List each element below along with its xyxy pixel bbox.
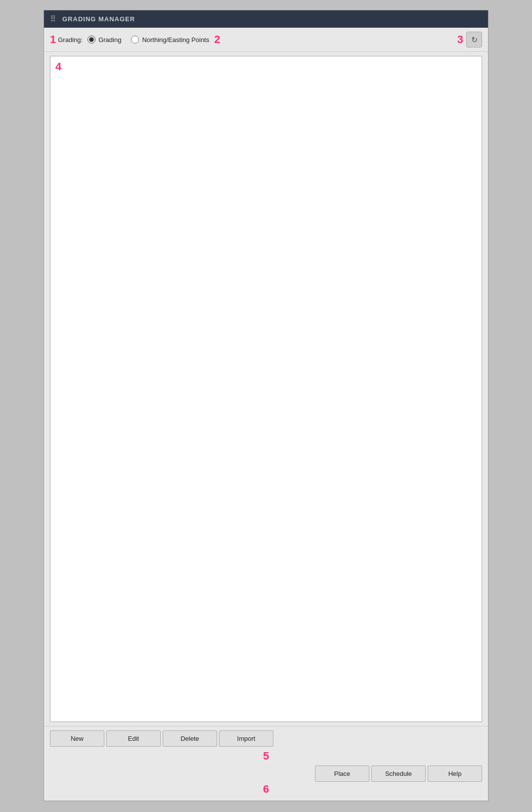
options-right: 3 ↻ [457,32,482,47]
place-schedule-help-row: Place Schedule Help [50,766,482,782]
title-bar: ⠿ GRADING MANAGER [44,10,488,28]
annotation-6-wrapper: 6 [50,783,482,796]
grading-label: Grading: [58,36,83,44]
annotation-5: 5 [263,750,269,763]
radio-group: Grading Northing/Easting Points 2 [88,33,220,46]
help-button[interactable]: Help [428,766,482,782]
annotation-5-wrapper: 5 [50,750,482,763]
radio-northing-easting[interactable]: Northing/Easting Points 2 [131,33,220,46]
place-button[interactable]: Place [315,766,369,782]
window-title: GRADING MANAGER [62,15,135,23]
radio-grading[interactable]: Grading [88,36,121,44]
annotation-2: 2 [214,33,220,46]
radio-northing-easting-input[interactable] [131,36,139,44]
delete-button[interactable]: Delete [163,730,217,747]
grip-icon: ⠿ [50,14,56,24]
refresh-button[interactable]: ↻ [466,32,482,47]
annotation-4: 4 [55,60,61,73]
radio-grading-label: Grading [98,36,121,44]
list-container: 4 [50,56,482,722]
new-button[interactable]: New [50,730,104,747]
content-area: 4 [44,52,488,726]
grading-manager-window: ⠿ GRADING MANAGER 1 Grading: Grading Nor… [44,10,488,801]
radio-northing-easting-label: Northing/Easting Points [142,36,209,44]
schedule-button[interactable]: Schedule [371,766,426,782]
radio-grading-input[interactable] [88,36,95,44]
annotation-6: 6 [263,783,269,796]
options-left: 1 Grading: Grading Northing/Easting Poin… [50,33,220,46]
bottom-section: New Edit Delete Import 5 Place Schedule … [44,726,488,801]
options-bar: 1 Grading: Grading Northing/Easting Poin… [44,28,488,52]
annotation-3: 3 [457,33,463,46]
annotation-4-wrapper: 4 [55,60,61,73]
import-button[interactable]: Import [219,730,273,747]
annotation-1: 1 [50,33,56,46]
edit-button[interactable]: Edit [106,730,161,747]
action-buttons-row: New Edit Delete Import [50,730,482,747]
